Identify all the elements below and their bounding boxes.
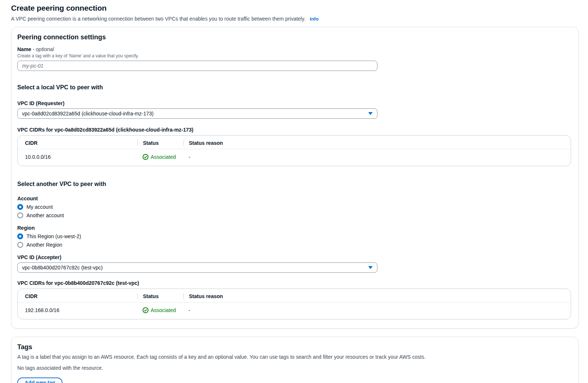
- column-header-cidr: CIDR: [18, 138, 137, 149]
- radio-this-region[interactable]: This Region (us-west-2): [17, 233, 571, 239]
- accepter-cidr-heading: VPC CIDRs for vpc-0b8b400d20767c92c (tes…: [17, 280, 571, 286]
- column-header-status-reason: Status reason: [183, 138, 571, 149]
- chevron-down-icon: [368, 112, 373, 115]
- region-label: Region: [17, 225, 571, 231]
- table-row: 10.0.0.0/16 Associated: [18, 149, 571, 162]
- column-header-cidr: CIDR: [18, 291, 137, 303]
- status-reason-cell: -: [183, 303, 571, 316]
- radio-another-account-label: Another account: [26, 212, 64, 218]
- status-reason-cell: -: [183, 149, 571, 162]
- add-new-tag-button[interactable]: Add new tag: [17, 377, 62, 383]
- tags-heading: Tags: [17, 343, 571, 351]
- accepter-select-value: vpc-0b8b400d20767c92c (test-vpc): [22, 265, 103, 271]
- account-label: Account: [17, 196, 571, 201]
- status-badge: Associated: [143, 154, 176, 160]
- check-circle-icon: [143, 154, 148, 160]
- accepter-select[interactable]: vpc-0b8b400d20767c92c (test-vpc): [17, 262, 377, 273]
- radio-another-region[interactable]: Another Region: [17, 242, 571, 248]
- radio-selected-icon[interactable]: [17, 233, 23, 239]
- requester-cidr-heading: VPC CIDRs for vpc-0a8d02cd83922a65d (cli…: [17, 127, 571, 133]
- tags-empty-text: No tags associated with the resource.: [17, 365, 571, 371]
- page-subtitle: A VPC peering connection is a networking…: [11, 16, 579, 22]
- radio-selected-icon[interactable]: [17, 204, 23, 210]
- cidr-cell: 10.0.0.0/16: [18, 149, 137, 162]
- page-subtitle-text: A VPC peering connection is a networking…: [11, 16, 305, 22]
- tags-card: Tags A tag is a label that you assign to…: [11, 337, 579, 383]
- column-header-status: Status: [137, 138, 183, 149]
- peering-settings-card: Peering connection settings Name - optio…: [11, 27, 579, 329]
- accepter-label: VPC ID (Accepter): [17, 254, 571, 260]
- info-link[interactable]: Info: [310, 16, 319, 22]
- name-input[interactable]: [17, 61, 377, 71]
- tags-description: A tag is a label that you assign to an A…: [17, 354, 571, 360]
- requester-cidr-table: CIDR Status Status reason 10.0.0.0/16: [18, 138, 571, 162]
- name-optional-label: - optional: [33, 46, 54, 52]
- radio-my-account-label: My account: [26, 204, 53, 210]
- status-text: Associated: [151, 154, 176, 160]
- create-peering-connection-page: Create peering connection A VPC peering …: [0, 0, 588, 383]
- requester-cidr-table-card: CIDR Status Status reason 10.0.0.0/16: [17, 135, 571, 166]
- radio-another-account[interactable]: Another account: [17, 212, 571, 218]
- table-header-row: CIDR Status Status reason: [18, 291, 571, 303]
- settings-heading: Peering connection settings: [17, 33, 571, 41]
- column-header-status: Status: [137, 291, 183, 303]
- local-vpc-heading: Select a local VPC to peer with: [17, 84, 571, 91]
- accepter-cidr-table: CIDR Status Status reason 192.168.0.0/16: [18, 291, 571, 315]
- another-vpc-heading: Select another VPC to peer with: [17, 181, 571, 187]
- name-label: Name - optional: [17, 46, 571, 52]
- requester-select[interactable]: vpc-0a8d02cd83922a65d (clickhouse-cloud-…: [17, 108, 377, 119]
- status-cell: Associated: [137, 303, 183, 316]
- status-cell: Associated: [137, 149, 183, 162]
- radio-another-region-label: Another Region: [26, 242, 62, 248]
- status-text: Associated: [151, 307, 176, 313]
- column-header-status-reason: Status reason: [183, 291, 571, 303]
- radio-unselected-icon[interactable]: [17, 212, 23, 218]
- requester-label: VPC ID (Requester): [17, 100, 571, 106]
- cidr-cell: 192.168.0.0/16: [18, 303, 137, 316]
- accepter-cidr-table-card: CIDR Status Status reason 192.168.0.0/16: [17, 289, 571, 319]
- table-row: 192.168.0.0/16 Associated: [18, 303, 571, 316]
- radio-my-account[interactable]: My account: [17, 204, 571, 210]
- requester-select-value: vpc-0a8d02cd83922a65d (clickhouse-cloud-…: [22, 111, 154, 117]
- chevron-down-icon: [368, 266, 373, 269]
- radio-this-region-label: This Region (us-west-2): [26, 233, 81, 239]
- page-title: Create peering connection: [11, 4, 579, 12]
- table-header-row: CIDR Status Status reason: [18, 138, 571, 149]
- status-badge: Associated: [143, 307, 176, 313]
- name-help-text: Create a tag with a key of 'Name' and a …: [17, 53, 571, 58]
- radio-unselected-icon[interactable]: [17, 242, 23, 248]
- check-circle-icon: [143, 307, 148, 313]
